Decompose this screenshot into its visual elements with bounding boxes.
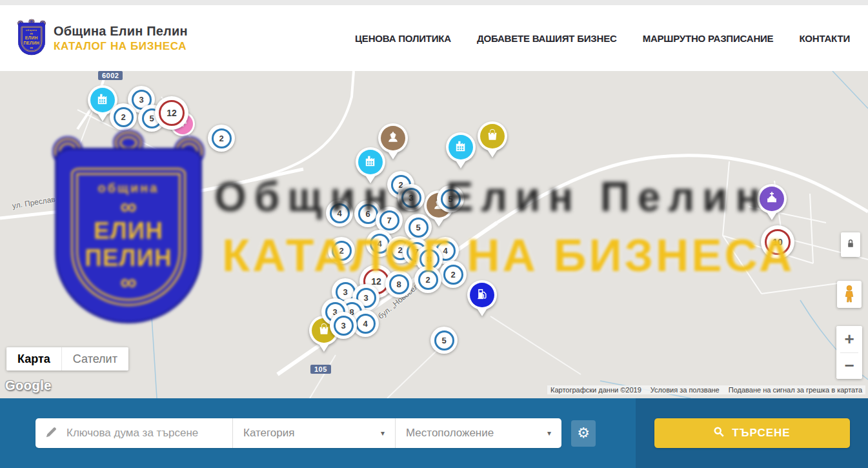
cluster-marker[interactable]: 5 bbox=[430, 327, 458, 354]
cluster-marker[interactable]: 5 bbox=[437, 185, 464, 212]
cluster-marker[interactable]: 5 bbox=[405, 214, 432, 241]
lock-button[interactable] bbox=[841, 232, 860, 257]
worker-icon bbox=[386, 130, 400, 147]
search-button[interactable]: ТЪРСЕНЕ bbox=[654, 418, 850, 448]
cluster-count: 3 bbox=[401, 188, 421, 208]
category-select-label: Категория bbox=[243, 427, 294, 440]
crest: община∞ЕЛИНПЕЛИН∞ bbox=[18, 21, 45, 55]
pencil-icon bbox=[45, 425, 58, 442]
fuel-icon bbox=[476, 287, 489, 303]
cluster-count: 5 bbox=[409, 218, 429, 238]
cluster-count: 2 bbox=[332, 241, 352, 261]
advanced-settings-button[interactable]: ⚙ bbox=[571, 420, 596, 447]
cluster-count: 5 bbox=[441, 189, 461, 209]
search-bar-left: Категория ▾ Местоположение ▾ ⚙ bbox=[0, 398, 636, 468]
google-logo[interactable]: Google bbox=[5, 378, 52, 393]
crest-shield: община∞ЕЛИНПЕЛИН∞ bbox=[18, 23, 45, 55]
cluster-marker[interactable]: 3 bbox=[398, 184, 425, 211]
cluster-count: 7 bbox=[379, 210, 399, 230]
pin-factory[interactable] bbox=[446, 132, 476, 168]
crest-flourish-icon: ∞ bbox=[30, 46, 34, 50]
cluster-marker[interactable]: 12 bbox=[155, 96, 188, 130]
cluster-count: 3 bbox=[334, 316, 354, 336]
church-icon bbox=[765, 190, 779, 207]
cluster-count: 4 bbox=[356, 314, 376, 334]
pin-factory[interactable] bbox=[356, 147, 385, 183]
gear-icon: ⚙ bbox=[577, 426, 590, 440]
cluster-count: 6 bbox=[358, 204, 378, 224]
crest-small-holder: община∞ЕЛИНПЕЛИН∞ bbox=[18, 21, 23, 55]
cluster-marker[interactable]: 10 bbox=[761, 225, 794, 259]
location-select-label: Местоположение bbox=[406, 427, 494, 440]
cluster-marker[interactable]: 2 bbox=[439, 261, 467, 288]
nav-item[interactable]: ДОБАВЕТЕ ВАШИЯТ БИЗНЕС bbox=[477, 33, 617, 44]
chevron-down-icon: ▾ bbox=[381, 429, 385, 438]
zoom-control: + − bbox=[836, 326, 862, 379]
zoom-out-button[interactable]: − bbox=[836, 353, 862, 380]
cluster-count: 2 bbox=[418, 270, 438, 290]
main-nav: ЦЕНОВА ПОЛИТИКАДОБАВЕТЕ ВАШИЯТ БИЗНЕСМАР… bbox=[355, 33, 850, 44]
cluster-count: 2 bbox=[114, 107, 134, 127]
map-type-control: Карта Сателит bbox=[6, 347, 128, 371]
bag-icon bbox=[485, 128, 500, 145]
keyword-section bbox=[35, 418, 232, 448]
cluster-count: 8 bbox=[389, 274, 409, 294]
cluster-count: 4 bbox=[330, 203, 350, 223]
location-select[interactable]: Местоположение ▾ bbox=[395, 418, 561, 448]
attribution-link[interactable]: Подаване на сигнал за грешка в картата bbox=[729, 386, 862, 394]
map-canvas[interactable]: 325122235467524274822128338343510 600210… bbox=[0, 71, 868, 398]
nav-item[interactable]: КОНТАКТИ bbox=[799, 33, 850, 44]
search-bar: Категория ▾ Местоположение ▾ ⚙ ТЪРСЕНЕ bbox=[0, 398, 868, 468]
road-number-badge: 6002 bbox=[98, 71, 123, 80]
cluster-marker[interactable]: 2 bbox=[328, 237, 355, 264]
cluster-marker[interactable]: 4 bbox=[326, 199, 353, 227]
map-type-map-button[interactable]: Карта bbox=[6, 347, 61, 371]
map-type-satellite-button[interactable]: Сателит bbox=[61, 347, 128, 371]
cluster-marker[interactable]: 8 bbox=[385, 270, 412, 298]
map-attribution: Картографски данни ©2019Условия за ползв… bbox=[547, 385, 865, 394]
category-select[interactable]: Категория ▾ bbox=[232, 418, 395, 448]
crest-word-1: ЕЛИН bbox=[25, 36, 38, 41]
page-top-strip bbox=[0, 0, 868, 5]
nav-item[interactable]: МАРШРУТНО РАЗПИСАНИЕ bbox=[643, 33, 774, 44]
road-number-badge: 105 bbox=[310, 365, 331, 374]
brand[interactable]: община∞ЕЛИНПЕЛИН∞ Община Елин Пелин КАТА… bbox=[18, 21, 188, 56]
cluster-count: 2 bbox=[443, 265, 463, 285]
municipality-crest-logo: община∞ЕЛИНПЕЛИН∞ bbox=[18, 21, 45, 56]
site-subtitle: КАТАЛОГ НА БИЗНЕСА bbox=[54, 39, 188, 53]
brand-text: Община Елин Пелин КАТАЛОГ НА БИЗНЕСА bbox=[54, 23, 188, 53]
cluster-marker[interactable]: 2 bbox=[110, 103, 137, 130]
cluster-count: 12 bbox=[159, 100, 185, 126]
cluster-marker[interactable]: 2 bbox=[414, 266, 441, 293]
bag-icon bbox=[317, 322, 331, 339]
pin-church[interactable] bbox=[757, 184, 787, 220]
pin-fuel[interactable] bbox=[467, 280, 497, 316]
factory-icon bbox=[454, 139, 469, 156]
map-data-copyright: Картографски данни ©2019 bbox=[550, 386, 641, 394]
pegman-icon bbox=[842, 285, 856, 305]
chevron-down-icon: ▾ bbox=[547, 429, 551, 438]
pegman-streetview-button[interactable] bbox=[837, 281, 862, 308]
lock-icon bbox=[846, 238, 855, 251]
search-input-group: Категория ▾ Местоположение ▾ bbox=[35, 418, 561, 448]
factory-icon bbox=[96, 92, 110, 109]
header: община∞ЕЛИНПЕЛИН∞ Община Елин Пелин КАТА… bbox=[0, 5, 868, 71]
zoom-in-button[interactable]: + bbox=[836, 326, 862, 352]
cluster-marker[interactable]: 3 bbox=[330, 312, 357, 339]
site-title: Община Елин Пелин bbox=[54, 23, 188, 39]
factory-icon bbox=[363, 154, 378, 171]
nav-item[interactable]: ЦЕНОВА ПОЛИТИКА bbox=[355, 33, 451, 44]
pin-bag[interactable] bbox=[478, 121, 507, 158]
cluster-count: 10 bbox=[765, 229, 791, 255]
search-button-label: ТЪРСЕНЕ bbox=[732, 427, 790, 440]
attribution-link[interactable]: Условия за ползване bbox=[651, 386, 720, 394]
cluster-count: 2 bbox=[212, 128, 232, 148]
keyword-search-input[interactable] bbox=[65, 426, 223, 440]
cluster-marker[interactable]: 2 bbox=[208, 125, 235, 152]
search-bar-right: ТЪРСЕНЕ bbox=[636, 398, 868, 468]
search-icon bbox=[713, 426, 725, 441]
cluster-count: 5 bbox=[434, 331, 454, 351]
